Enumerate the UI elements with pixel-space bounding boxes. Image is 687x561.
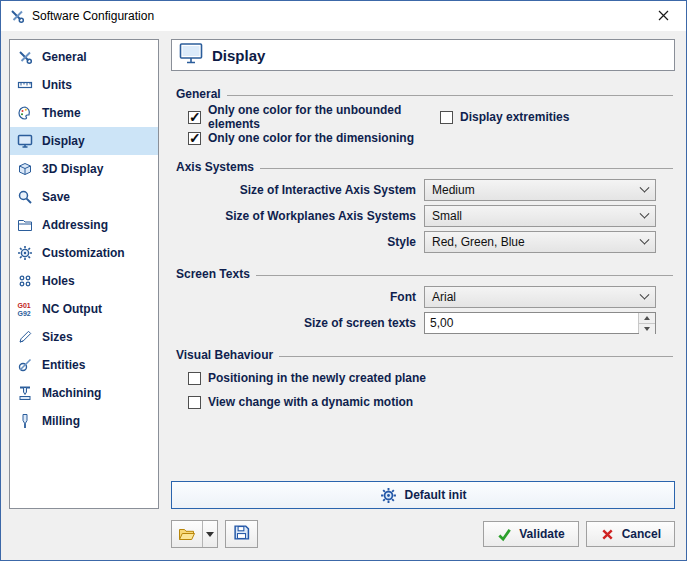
group-general-title: General	[176, 87, 673, 101]
field-label: Font	[176, 290, 424, 304]
sidebar-item-label: Addressing	[42, 218, 108, 232]
checkbox-display-extremities[interactable]: Display extremities	[440, 109, 569, 125]
sidebar-item-label: Theme	[42, 106, 81, 120]
checkbox-box[interactable]	[188, 111, 201, 124]
open-config-split-button[interactable]	[171, 520, 218, 548]
open-folder-icon[interactable]	[172, 521, 202, 547]
spinner-up-button[interactable]	[639, 313, 655, 323]
sidebar-item-label: NC Output	[42, 302, 102, 316]
sidebar-item-label: Holes	[42, 274, 75, 288]
title-bar: Software Configuration	[1, 1, 686, 31]
checkbox-box[interactable]	[188, 132, 201, 145]
checkbox-box[interactable]	[188, 372, 201, 385]
sidebar-item-label: Customization	[42, 246, 125, 260]
group-divider	[227, 95, 673, 96]
field-label: Size of Interactive Axis System	[176, 183, 424, 197]
sidebar-item-general[interactable]: General	[10, 43, 158, 71]
monitor-icon	[179, 42, 203, 68]
main-panel: Display General Only one color for the u…	[171, 39, 675, 548]
checkbox-positioning-new-plane[interactable]: Positioning in the newly created plane	[188, 370, 426, 386]
sidebar-item-sizes[interactable]: Sizes	[10, 323, 158, 351]
dialog-body: GeneralUnitsThemeDisplay3D DisplaySaveAd…	[1, 31, 686, 560]
gcode-icon: G01G92	[16, 301, 34, 317]
workplanes-axis-size-select[interactable]: Small	[424, 205, 656, 227]
field-label: Size of Workplanes Axis Systems	[176, 209, 424, 223]
screen-text-size-spinner	[424, 312, 656, 334]
sidebar-item-label: Milling	[42, 414, 80, 428]
default-init-button[interactable]: Default init	[171, 481, 675, 509]
checkbox-box[interactable]	[440, 111, 453, 124]
interactive-axis-size-select[interactable]: Medium	[424, 179, 656, 201]
close-icon	[658, 7, 669, 25]
close-button[interactable]	[641, 1, 686, 31]
chevron-down-icon	[640, 289, 650, 299]
gear-icon	[380, 487, 397, 504]
settings-content: General Only one color for the unbounded…	[171, 71, 675, 481]
checkbox-label: Positioning in the newly created plane	[208, 371, 426, 385]
sidebar-item-customization[interactable]: Customization	[10, 239, 158, 267]
spinner-buttons	[638, 313, 655, 333]
sidebar-item-machining[interactable]: Machining	[10, 379, 158, 407]
chevron-down-icon	[640, 234, 650, 244]
sidebar-item-entities[interactable]: Entities	[10, 351, 158, 379]
floppy-disk-icon	[233, 524, 250, 544]
sidebar: GeneralUnitsThemeDisplay3D DisplaySaveAd…	[9, 39, 159, 509]
sidebar-item-save[interactable]: Save	[10, 183, 158, 211]
group-divider	[260, 168, 673, 169]
sidebar-item-milling[interactable]: Milling	[10, 407, 158, 435]
sidebar-item-addressing[interactable]: Addressing	[10, 211, 158, 239]
svg-text:G01: G01	[18, 302, 31, 309]
checkbox-label: View change with a dynamic motion	[208, 395, 413, 409]
footer-button-row: Validate Cancel	[171, 520, 675, 548]
pencil-icon	[16, 329, 34, 345]
sidebar-item-label: Entities	[42, 358, 85, 372]
checkbox-only-one-color-dimensioning[interactable]: Only one color for the dimensioning	[188, 130, 440, 146]
dropdown-arrow-icon[interactable]	[202, 521, 217, 547]
milling-icon	[16, 413, 34, 429]
select-value: Arial	[432, 290, 456, 304]
font-select[interactable]: Arial	[424, 286, 656, 308]
checkbox-box[interactable]	[188, 396, 201, 409]
checkbox-dynamic-view-motion[interactable]: View change with a dynamic motion	[188, 394, 413, 410]
sidebar-item-label: Sizes	[42, 330, 73, 344]
checkbox-label: Only one color for the dimensioning	[208, 131, 414, 145]
svg-text:G92: G92	[18, 310, 31, 317]
sidebar-item-nc-output[interactable]: G01G92NC Output	[10, 295, 158, 323]
check-icon	[497, 527, 512, 542]
screen-text-size-input[interactable]	[425, 313, 638, 333]
checkbox-label: Display extremities	[460, 110, 569, 124]
sidebar-item-label: 3D Display	[42, 162, 103, 176]
monitor-icon	[16, 133, 34, 149]
tools-icon	[9, 8, 25, 24]
checkbox-label: Only one color for the unbounded element…	[208, 103, 440, 131]
palette-icon	[16, 105, 34, 121]
group-divider	[279, 356, 673, 357]
sidebar-item-theme[interactable]: Theme	[10, 99, 158, 127]
sidebar-item-display[interactable]: Display	[10, 127, 158, 155]
sidebar-item-3d-display[interactable]: 3D Display	[10, 155, 158, 183]
cube-icon	[16, 161, 34, 177]
sidebar-item-label: Display	[42, 134, 85, 148]
checkbox-only-one-color-unbounded[interactable]: Only one color for the unbounded element…	[188, 109, 440, 125]
save-config-button[interactable]	[225, 520, 258, 548]
machining-icon	[16, 385, 34, 401]
sidebar-item-units[interactable]: Units	[10, 71, 158, 99]
gear-icon	[16, 245, 34, 261]
software-configuration-dialog: Software Configuration GeneralUnitsTheme…	[0, 0, 687, 561]
sidebar-item-holes[interactable]: Holes	[10, 267, 158, 295]
folder-icon	[16, 217, 34, 233]
group-divider	[256, 275, 673, 276]
axis-style-select[interactable]: Red, Green, Blue	[424, 231, 656, 253]
spinner-down-button[interactable]	[639, 323, 655, 334]
sidebar-item-label: Save	[42, 190, 70, 204]
chevron-down-icon	[640, 182, 650, 192]
tools-icon	[16, 49, 34, 65]
window-title: Software Configuration	[32, 9, 154, 23]
validate-button[interactable]: Validate	[483, 521, 578, 547]
select-value: Red, Green, Blue	[432, 235, 525, 249]
entities-icon	[16, 357, 34, 373]
select-value: Medium	[432, 183, 475, 197]
cancel-button[interactable]: Cancel	[586, 521, 675, 547]
holes-icon	[16, 273, 34, 289]
select-value: Small	[432, 209, 462, 223]
